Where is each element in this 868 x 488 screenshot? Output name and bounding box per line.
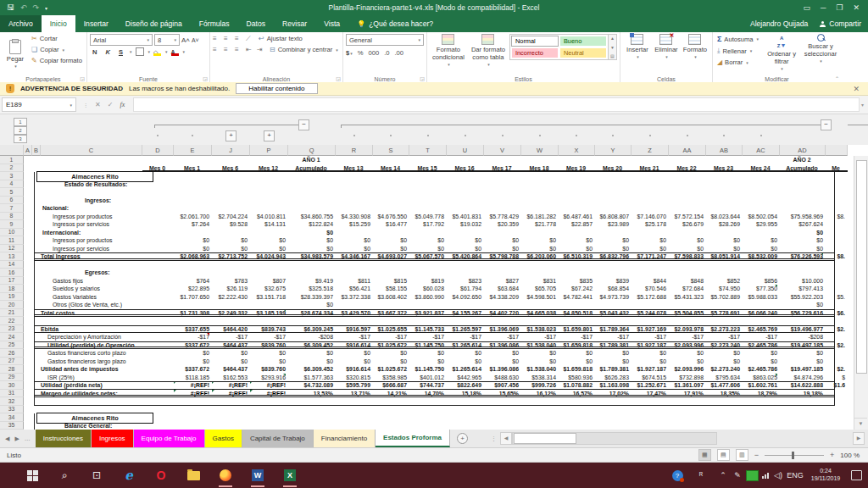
- fill-color-icon[interactable]: ◇: [153, 48, 161, 56]
- row-header-24[interactable]: 24: [0, 333, 24, 341]
- sheet-nav-more-icon[interactable]: …: [25, 435, 31, 441]
- collapse-group-1-button[interactable]: −: [298, 119, 309, 130]
- merge-center-button[interactable]: ⊟Combinar y centrar▾: [268, 45, 340, 54]
- align-top-icon[interactable]: ≡: [213, 36, 221, 42]
- column-header-AD[interactable]: AD: [780, 145, 826, 156]
- row-header-6[interactable]: 6: [0, 197, 24, 205]
- row-header-16[interactable]: 16: [0, 269, 24, 277]
- row-header-32[interactable]: 32: [0, 397, 24, 406]
- font-name-combo[interactable]: Arial▾: [90, 34, 153, 46]
- decrease-indent-icon[interactable]: ⇤: [246, 47, 254, 53]
- row-header-33[interactable]: 33: [0, 406, 24, 414]
- underline-button[interactable]: S: [116, 48, 125, 56]
- cell-style-normal[interactable]: Normal: [511, 36, 559, 47]
- page-break-view-icon[interactable]: ▥: [736, 449, 748, 461]
- column-header-W[interactable]: W: [521, 145, 559, 156]
- help-tray-icon[interactable]: ?: [670, 463, 685, 488]
- taskbar-search-icon[interactable]: ⌕: [56, 467, 73, 484]
- number-dialog-launcher[interactable]: ◲: [420, 75, 425, 81]
- row-header-13[interactable]: 13: [0, 252, 24, 261]
- number-format-combo[interactable]: General▾: [346, 34, 424, 46]
- network-tray-icon[interactable]: [760, 463, 771, 488]
- column-header-AA[interactable]: AA: [669, 145, 706, 156]
- find-select-button[interactable]: Buscar y seleccionar▾: [803, 34, 838, 64]
- delete-cells-button[interactable]: Eliminar▾: [652, 34, 681, 74]
- enter-formula-icon[interactable]: ✓: [108, 101, 114, 108]
- sheet-tab-gastos[interactable]: Gastos: [205, 430, 242, 447]
- align-bottom-icon[interactable]: ≡: [235, 36, 243, 42]
- outline-level-2-button[interactable]: 2: [14, 126, 27, 135]
- conditional-formatting-button[interactable]: Formato condicional▾: [430, 34, 467, 67]
- row-header-22[interactable]: 22: [0, 317, 24, 325]
- enable-content-button[interactable]: Habilitar contenido: [236, 83, 317, 94]
- expand-group-2-button[interactable]: +: [264, 130, 275, 141]
- column-header-S[interactable]: S: [373, 145, 409, 156]
- zoom-in-icon[interactable]: +: [830, 451, 834, 459]
- account-user-name[interactable]: Alejandro Quijada: [750, 19, 808, 28]
- row-header-18[interactable]: 18: [0, 285, 24, 293]
- paste-button[interactable]: Pegar▾: [3, 34, 28, 74]
- new-sheet-button[interactable]: +: [450, 430, 475, 447]
- column-header-B[interactable]: B: [32, 145, 41, 156]
- cancel-formula-icon[interactable]: ✕: [95, 101, 101, 108]
- orientation-icon[interactable]: ⟋: [246, 36, 254, 42]
- hscroll-right-icon[interactable]: ▶: [853, 432, 865, 445]
- vscroll-thumb[interactable]: [856, 160, 867, 374]
- sheet-nav-right-icon[interactable]: ▶: [14, 435, 19, 442]
- grow-font-icon[interactable]: A˄: [181, 36, 190, 44]
- ribbon-tab-revisar[interactable]: Revisar: [274, 15, 315, 32]
- ribbon-tab-f-rmulas[interactable]: Fórmulas: [191, 15, 238, 32]
- column-header-A[interactable]: A: [24, 145, 32, 156]
- outline-level-3-button[interactable]: 3: [14, 135, 27, 143]
- horizontal-scrollbar[interactable]: ⋮ ◀ ▶: [491, 432, 865, 445]
- column-header-Q[interactable]: Q: [288, 145, 336, 156]
- column-header-P[interactable]: P: [250, 145, 288, 156]
- ribbon-tab-archivo[interactable]: Archivo: [0, 15, 42, 32]
- sheet-tab-financiamiento[interactable]: Financiamiento: [314, 430, 376, 447]
- clock[interactable]: 0:2419/11/2019: [805, 463, 846, 488]
- row-header-28[interactable]: 28: [0, 365, 24, 374]
- column-header-C[interactable]: C: [41, 145, 142, 156]
- insert-function-icon[interactable]: fx: [120, 101, 125, 108]
- row-header-1[interactable]: 1: [0, 156, 24, 164]
- row-header-7[interactable]: 7: [0, 204, 24, 213]
- start-button[interactable]: [24, 467, 41, 484]
- outline-level-1-button[interactable]: 1: [14, 118, 27, 126]
- people-tray-icon[interactable]: ᴿ: [693, 463, 709, 488]
- sheet-tab-instrucciones[interactable]: Instrucciones: [36, 430, 92, 447]
- ribbon-display-options-icon[interactable]: ▭: [803, 3, 810, 12]
- formula-bar-expand-icon[interactable]: ▾: [861, 96, 868, 114]
- comma-format-icon[interactable]: 000: [368, 49, 379, 57]
- font-size-combo[interactable]: 8▾: [154, 34, 180, 46]
- column-header-X[interactable]: X: [559, 145, 595, 156]
- hscroll-thumb[interactable]: [514, 433, 576, 444]
- sheet-tab-ingresos[interactable]: Ingresos: [92, 430, 134, 447]
- ribbon-tab-dise-o-de-p-gina[interactable]: Diseño de página: [117, 15, 191, 32]
- currency-format-icon[interactable]: $▾: [346, 49, 353, 57]
- cell-style-bueno[interactable]: Bueno: [559, 36, 607, 47]
- row-header-27[interactable]: 27: [0, 358, 24, 366]
- edge-icon[interactable]: e: [120, 467, 137, 484]
- sheet-tab-capital-de-trabajo[interactable]: Capital de Trabajo: [242, 430, 314, 447]
- italic-button[interactable]: K: [103, 48, 112, 56]
- ribbon-tab-vista[interactable]: Vista: [315, 15, 348, 32]
- restore-button[interactable]: ❐: [836, 3, 843, 12]
- column-header-AB[interactable]: AB: [706, 145, 743, 156]
- ribbon-tab-inicio[interactable]: Inicio: [42, 15, 75, 32]
- page-layout-view-icon[interactable]: ▤: [717, 449, 730, 461]
- file-explorer-icon[interactable]: [185, 467, 202, 484]
- clipboard-dialog-launcher[interactable]: ◲: [80, 75, 85, 81]
- row-header-20[interactable]: 20: [0, 301, 24, 309]
- sort-filter-button[interactable]: AZ▼ Ordenar y filtrar▾: [764, 34, 799, 71]
- vm-tray-icon[interactable]: [744, 463, 760, 488]
- column-header-U[interactable]: U: [447, 145, 484, 156]
- tell-me-box[interactable]: 💡 ¿Qué desea hacer?: [348, 15, 442, 32]
- row-header-31[interactable]: 31: [0, 390, 24, 398]
- styles-gallery-scrollbar[interactable]: ▲▼▤: [609, 34, 617, 60]
- column-header-Y[interactable]: Y: [595, 145, 632, 156]
- ribbon-tab-insertar[interactable]: Insertar: [75, 15, 117, 32]
- percent-format-icon[interactable]: %: [358, 49, 364, 57]
- column-header-J[interactable]: J: [212, 145, 250, 156]
- close-button[interactable]: ✕: [853, 3, 860, 12]
- row-header-26[interactable]: 26: [0, 349, 24, 358]
